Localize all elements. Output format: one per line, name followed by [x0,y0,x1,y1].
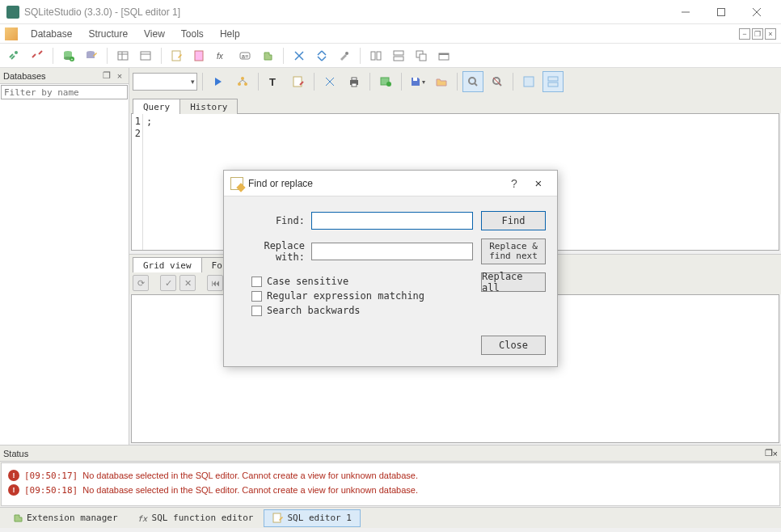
status-message: No database selected in the SQL editor. … [82,485,418,495]
svg-rect-49 [548,77,558,81]
status-close-icon[interactable]: × [773,449,778,458]
layout1-icon[interactable] [518,71,539,92]
table2-icon[interactable] [136,46,155,65]
save-icon[interactable]: ▾ [407,71,428,92]
svg-rect-24 [377,52,381,60]
execute-icon[interactable] [208,71,229,92]
menu-view[interactable]: View [136,26,173,42]
collation-icon[interactable]: a≡ [235,46,255,65]
minimize-button[interactable] [668,1,703,23]
status-entry: ! [09:50:18] No database selected in the… [8,483,773,497]
database-combo[interactable] [133,73,197,91]
print-icon[interactable] [344,71,365,92]
dialog-close-icon[interactable]: × [526,176,551,190]
check-regex[interactable]: Regular expression matching [251,290,481,302]
menu-database[interactable]: Database [23,26,80,42]
close-button[interactable] [739,1,775,23]
tile-v-icon[interactable] [389,46,408,65]
databases-tree[interactable] [0,100,129,445]
panel-close-icon[interactable]: × [114,70,125,82]
table-icon[interactable] [113,46,133,65]
status-panel: Status ❐ × ! [09:50:17] No database sele… [0,445,781,506]
commit-icon[interactable]: ✓ [160,275,176,291]
create-view-icon[interactable] [375,71,396,92]
open-icon[interactable] [431,71,452,92]
svg-text:a≡: a≡ [242,53,248,59]
svg-point-33 [244,82,247,86]
find-button[interactable]: Find [481,211,546,230]
dialog-title: Find or replace [248,178,502,189]
titlebar: SQLiteStudio (3.3.0) - [SQL editor 1] [0,0,781,24]
restore-icon[interactable] [434,46,454,65]
svg-rect-18 [195,51,203,61]
disconnect-icon[interactable] [27,46,47,65]
results-below-icon[interactable] [462,71,483,92]
refresh-icon[interactable]: ⟳ [133,275,149,291]
menu-help[interactable]: Help [212,26,248,42]
fx-icon[interactable]: fx [213,46,232,65]
menu-tools[interactable]: Tools [173,26,212,42]
tab-history[interactable]: History [179,99,238,114]
tab-extension-manager[interactable]: Extension manager [3,509,127,527]
connect-icon[interactable] [5,46,24,65]
check-backwards[interactable]: Search backwards [251,305,481,316]
settings-icon[interactable] [335,46,354,65]
svg-rect-39 [352,83,357,87]
svg-text:T: T [269,76,276,88]
status-float-icon[interactable]: ❐ [765,448,773,458]
explain-icon[interactable] [232,71,253,92]
mdi-restore[interactable]: ❐ [752,28,763,40]
databases-filter[interactable] [1,85,128,99]
svg-rect-15 [141,52,150,60]
mdi-minimize[interactable]: − [739,28,750,40]
rollback-icon[interactable]: ✕ [179,275,196,291]
clear-icon[interactable] [288,71,309,92]
export-icon[interactable] [312,46,331,65]
tab-sql-editor-1[interactable]: SQL editor 1 [264,509,360,527]
tab-grid-view[interactable]: Grid view [133,257,202,272]
first-icon[interactable]: ⏮ [207,275,223,291]
status-time: [09:50:18] [24,485,78,496]
error-icon: ! [8,470,19,481]
add-db-icon[interactable]: + [59,46,78,65]
svg-rect-38 [352,78,357,80]
text-icon[interactable]: T [264,71,285,92]
import-icon[interactable] [289,46,309,65]
check-case-sensitive[interactable]: Case sensitive [251,276,481,287]
svg-rect-1 [718,8,725,15]
panel-float-icon[interactable]: ❐ [101,70,112,82]
history-icon[interactable] [319,71,340,92]
svg-point-4 [15,51,18,54]
svg-point-43 [469,78,475,84]
dialog-help-icon[interactable]: ? [502,177,526,190]
results-tab-icon[interactable] [487,71,508,92]
mdi-close[interactable]: × [765,28,776,40]
status-title: Status [3,449,28,458]
tile-h-icon[interactable] [366,46,386,65]
svg-point-22 [345,52,348,55]
line-gutter: 1 2 [132,114,143,250]
svg-rect-17 [172,51,180,61]
replace-input[interactable] [311,243,473,260]
extension-icon[interactable] [258,46,277,65]
tab-query[interactable]: Query [133,99,180,114]
replace-find-next-button[interactable]: Replace & find next [481,239,546,264]
svg-rect-23 [371,52,375,60]
cascade-icon[interactable] [412,46,431,65]
tab-sql-function-editor[interactable]: fx SQL function editor [129,509,263,527]
find-label: Find: [235,215,311,226]
svg-point-31 [241,77,244,80]
sql-editor-icon[interactable] [167,46,187,65]
window-title: SQLiteStudio (3.3.0) - [SQL editor 1] [24,6,668,18]
menu-structure[interactable]: Structure [80,26,136,42]
edit-db-icon[interactable] [82,46,101,65]
svg-rect-26 [394,57,403,61]
editor-body[interactable]: ; [143,114,155,250]
maximize-button[interactable] [703,1,739,23]
replace-all-button[interactable]: Replace all [481,272,546,292]
find-input[interactable] [311,212,473,230]
layout2-icon[interactable] [542,71,564,92]
svg-rect-42 [413,78,417,81]
close-button[interactable]: Close [481,336,546,355]
ddl-icon[interactable] [190,46,209,65]
